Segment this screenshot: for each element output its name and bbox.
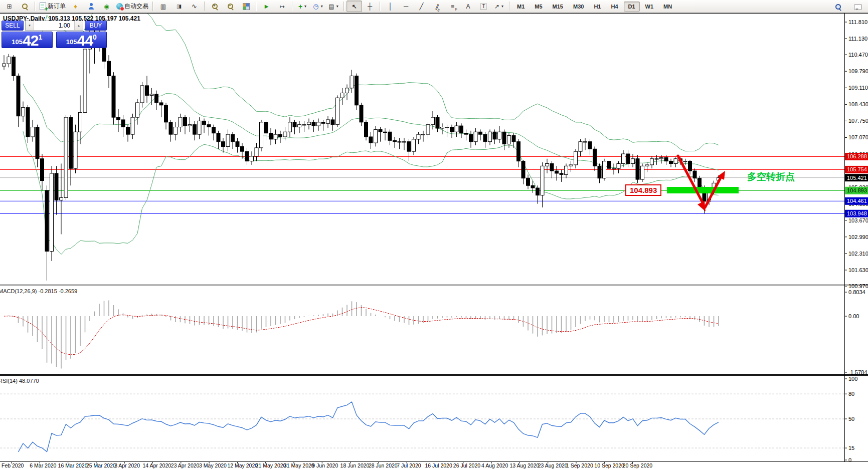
line-chart-button[interactable]: ∿ <box>187 1 202 12</box>
candle-body <box>69 117 73 168</box>
cursor-tool-button[interactable]: ↖ <box>346 1 362 12</box>
data-window-button[interactable] <box>17 1 33 12</box>
volume-increase-button[interactable]: ▴ <box>74 21 83 30</box>
candle-body <box>184 117 187 126</box>
timeframe-h4-button[interactable]: H4 <box>606 2 622 12</box>
periods-button[interactable]: ◷▾ <box>310 1 326 12</box>
ask-price-pip: 0 <box>93 33 97 41</box>
bar-chart-icon: ▥ <box>160 4 166 10</box>
search-button[interactable] <box>830 1 846 13</box>
zoom-out-button[interactable]: − <box>223 1 238 12</box>
tile-windows-button[interactable] <box>238 1 254 12</box>
candle-body <box>245 151 249 161</box>
macd-tick-label: 0.8034 <box>848 289 865 295</box>
support-price-label[interactable]: 104.893 <box>625 184 661 196</box>
candle-body <box>660 157 663 158</box>
candle-body <box>384 132 387 132</box>
templates-button[interactable]: ▤▾ <box>326 1 341 12</box>
caret-down-icon[interactable]: ▾ <box>304 4 307 9</box>
candle-body <box>331 120 334 125</box>
market-watch-button[interactable]: ♦ <box>68 1 83 12</box>
candle-body <box>541 166 544 195</box>
candle-body <box>374 129 378 143</box>
price-badge-label: 105.754 <box>847 166 867 172</box>
volume-decrease-button[interactable]: ▾ <box>26 21 34 30</box>
candle-body <box>626 154 630 163</box>
candle-body <box>317 122 320 126</box>
timeframe-m1-button[interactable]: M1 <box>512 2 529 12</box>
timeframe-m5-button[interactable]: M5 <box>530 2 547 12</box>
timeframe-h1-button[interactable]: H1 <box>589 2 605 12</box>
price-tick-label: 103.670 <box>848 217 868 223</box>
fibonacci-tool-button[interactable]: ≡ <box>445 1 460 12</box>
crosshair-tool-button[interactable]: ┼ <box>362 1 378 12</box>
channel-tool-button[interactable]: ∥ <box>429 1 445 12</box>
sell-button[interactable]: SELL <box>2 21 24 31</box>
main-pane: 多空转折点 <box>0 4 844 281</box>
label-tool-button[interactable]: T <box>476 1 491 12</box>
chat-icon <box>854 4 862 10</box>
candle-body <box>417 134 420 139</box>
candle-body <box>340 93 344 98</box>
toolbar-separator <box>35 2 36 11</box>
timeframe-m15-button[interactable]: M15 <box>548 2 568 12</box>
buy-button[interactable]: BUY <box>85 21 107 31</box>
indicators-button[interactable]: +▾ <box>295 1 310 12</box>
autotrading-button[interactable]: 自动交易 <box>114 1 150 12</box>
signal-button[interactable]: ◉ <box>99 1 114 12</box>
chart-canvas[interactable]: 多空转折点111.810111.130110.470109.790109.110… <box>0 0 868 469</box>
candlestick-series <box>3 25 721 281</box>
candle-body <box>603 161 606 178</box>
candle-body <box>198 121 201 134</box>
price-tick-label: 102.310 <box>848 251 868 257</box>
bar-chart-button[interactable]: ▥ <box>155 1 171 12</box>
candle-body <box>321 122 325 123</box>
arrows-tool-button[interactable]: ↗▾ <box>491 1 507 12</box>
timeframe-w1-button[interactable]: W1 <box>641 2 658 12</box>
candle-body <box>117 117 120 120</box>
turning-point-annotation: 多空转折点 <box>747 171 795 182</box>
one-click-trading-panel: SELL ▾ 1.00 ▴ BUY 105421 105440 <box>2 21 107 48</box>
candle-body <box>17 76 20 116</box>
timeframe-mn-button[interactable]: MN <box>659 2 676 12</box>
ask-price-box[interactable]: 105440 <box>56 32 107 48</box>
shift-chart-button[interactable]: ↦ <box>274 1 290 12</box>
candle-body <box>360 105 363 122</box>
candlestick-button[interactable]: ▯▮ <box>171 1 187 12</box>
candle-body <box>517 142 520 161</box>
candle-body <box>450 127 454 132</box>
chat-button[interactable] <box>850 1 865 13</box>
trendline-tool-button[interactable]: ╱ <box>414 1 429 12</box>
price-tick-label: 110.470 <box>848 52 868 58</box>
candle-body <box>688 161 692 171</box>
date-axis-label: 23 Apr 2020 <box>171 462 200 468</box>
timeframe-m30-button[interactable]: M30 <box>569 2 588 12</box>
date-axis-label: 16 Jul 2020 <box>425 462 452 468</box>
toolbar-separator <box>380 2 381 11</box>
candle-body <box>584 142 587 142</box>
volume-value[interactable]: 1.00 <box>34 21 74 30</box>
candle-body <box>474 132 477 141</box>
bid-price-box[interactable]: 105421 <box>2 32 53 48</box>
price-tick-label: 100.970 <box>848 283 868 289</box>
timeframe-d1-button[interactable]: D1 <box>624 2 640 12</box>
rsi-tick-label: 0 <box>848 457 851 463</box>
new-chart-button[interactable]: ⊞ <box>2 1 17 12</box>
caret-down-icon[interactable]: ▾ <box>320 4 323 9</box>
candle-body <box>260 122 263 148</box>
text-tool-button[interactable]: A <box>460 1 476 12</box>
candle-body <box>698 178 702 188</box>
hline-tool-button[interactable]: ─ <box>398 1 414 12</box>
autoscroll-button[interactable]: ▶ <box>259 1 274 12</box>
toolbar-separator <box>204 2 205 11</box>
caret-down-icon[interactable]: ▾ <box>501 4 504 9</box>
macd-name: MACD(12,26,9) <box>0 288 37 294</box>
vline-tool-button[interactable]: │ <box>383 1 398 12</box>
zoom-in-button[interactable]: + <box>207 1 223 12</box>
candle-body <box>107 61 111 76</box>
new-order-button[interactable]: 新订单 <box>38 1 68 12</box>
candle-body <box>683 161 687 162</box>
caret-down-icon[interactable]: ▾ <box>336 4 339 9</box>
profile-button[interactable] <box>83 1 99 12</box>
indicators-icon: + <box>298 3 302 10</box>
